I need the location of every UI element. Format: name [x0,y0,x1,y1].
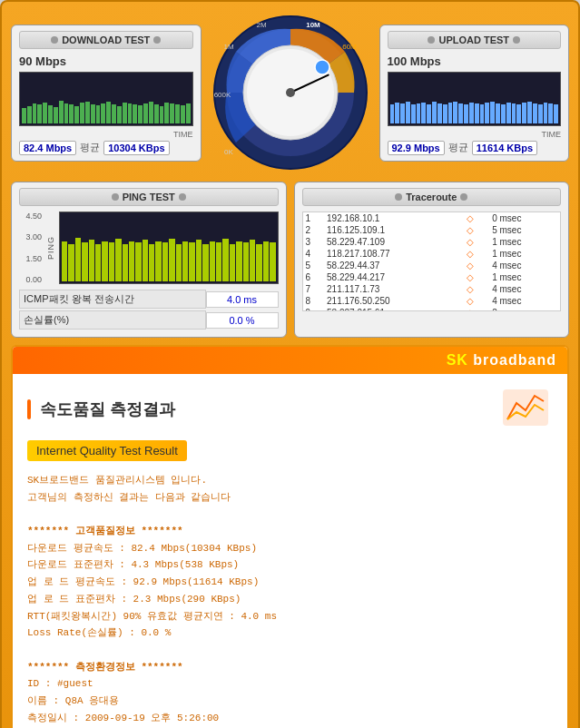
tr-num: 5 [303,260,325,271]
gauge-container: 0K 600K 1M 2M 10M 60M [209,11,372,174]
table-row: 3 58.229.47.109 ◇ 1 msec [303,236,561,248]
bar [170,103,174,123]
ping-bar [102,241,107,281]
bar [400,103,405,123]
ping-bar [182,241,188,281]
bar [101,103,105,123]
svg-text:2M: 2M [256,21,266,29]
upload-header: UPLOAD TEST [388,31,562,49]
ping-bar [135,242,141,281]
tr-ms: 4 msec [489,260,560,271]
tr-ms: 0 msec [489,212,560,224]
bar [80,103,84,123]
bar [390,104,395,123]
bar [475,103,479,123]
svg-text:0K: 0K [224,148,233,156]
intro-line2: 고객님의 측정하신 결과는 다음과 같습니다 [27,489,553,507]
tr-ms: 1 msec [489,271,560,283]
bar [453,102,457,123]
result-name: 이름 : Q8A 응대용 [27,693,553,710]
ping-graph [59,212,279,284]
result-datetime: 측정일시 : 2009-09-19 오후 5:26:00 [27,710,553,727]
svg-text:60M: 60M [342,43,357,51]
download-avg-speed: 82.4 Mbps [19,141,76,155]
tr-ms: 1 msec [489,236,560,248]
tr-icon: ◇ [464,260,489,271]
tr-ip: 192.168.10.1 [324,212,464,224]
ping-axis-title: PING [44,236,59,260]
bar [432,102,437,123]
bar [106,102,111,123]
upload-speed-info: 92.9 Mbps 평균 11614 KBps [388,141,562,155]
bar [554,104,558,123]
bar [417,103,421,123]
tr-ms: 5 msec [489,224,560,236]
upload-label: UPLOAD TEST [438,34,509,45]
ping-bar [82,242,87,281]
ul-std: 업 로 드 표준편차 : 2.3 Mbps(290 KBps) [27,591,553,608]
tr-icon: ◇ [464,283,489,295]
bar [544,103,548,123]
tr-ip: 116.125.109.1 [324,224,464,236]
ping-bar [149,244,154,281]
bar [501,104,506,123]
bar [54,107,58,123]
tr-ip: 211.117.1.73 [324,283,464,295]
bar [480,104,485,123]
ul-avg: 업 로 드 평균속도 : 92.9 Mbps(11614 KBps) [27,574,553,591]
ping-graph-container: 4.50 3.00 1.50 0.00 PING [19,212,279,284]
ping-bar [162,242,168,281]
bar [48,105,53,123]
bar [160,106,164,123]
svg-point-13 [315,60,329,74]
download-time-label: TIME [19,130,193,139]
upload-avg-speed: 92.9 Mbps [388,141,445,155]
ping-axis-2: 1.50 [19,254,42,263]
result-id: ID : #guest [27,675,553,693]
tr-icon: ◇ [464,236,489,248]
upload-panel: UPLOAD TEST 100 Mbps TIME 92.9 Mbps 평균 1… [379,25,570,162]
bar [448,103,453,123]
svg-text:600K: 600K [213,91,231,99]
ul-dot-right [513,36,520,44]
bar [37,104,42,123]
bar [506,103,511,123]
upload-bars [388,73,561,125]
icmp-row: ICMP패킷 왕복 전송시간 4.0 ms [19,290,279,309]
bar [74,106,79,123]
gauge-svg: 0K 600K 1M 2M 10M 60M [209,11,372,174]
tr-icon: ◇ [464,307,489,311]
tr-num: 4 [303,248,325,260]
bar [548,103,553,123]
download-label: DOWNLOAD TEST [62,34,150,45]
download-header: DOWNLOAD TEST [19,31,193,49]
ping-bar [115,239,121,281]
main-container: DOWNLOAD TEST 90 Mbps TIME 82.4 Mbps 평균 … [0,0,580,728]
download-avg-label: 평균 [80,141,100,154]
ping-bar [236,241,241,281]
download-speed: 90 Mbps [19,54,193,68]
bar [437,103,442,123]
ping-bar [202,244,208,281]
section2: ******* 측정환경정보 ******* [27,659,553,676]
tr-ip: 58.229.44.217 [324,271,464,283]
ping-dot-right [179,193,186,201]
svg-text:1M: 1M [223,43,233,51]
traceroute-scroll[interactable]: 1 192.168.10.1 ◇ 0 msec 2 116.125.109.1 … [302,212,562,311]
svg-text:10M: 10M [306,21,320,29]
ping-bar [196,240,202,281]
ping-bar [216,242,221,281]
tr-ip: 58.229.47.109 [324,236,464,248]
upload-avg-kbps: 11614 KBps [472,141,537,155]
tr-ip: 58.229.44.37 [324,260,464,271]
table-row: 8 211.176.50.250 ◇ 4 msec [303,295,561,307]
ping-bar [155,241,161,281]
tr-icon: ◇ [464,212,489,224]
result-title-bar: 속도품질 측정결과 [27,385,553,433]
bottom-row: PING TEST 4.50 3.00 1.50 0.00 PING [11,182,569,338]
section1: ******* 고객품질정보 ******* [27,523,553,540]
download-speed-info: 82.4 Mbps 평균 10304 KBps [19,141,193,155]
result-title: 속도품질 측정결과 [40,398,175,420]
bar [43,103,47,123]
bar [64,103,69,123]
